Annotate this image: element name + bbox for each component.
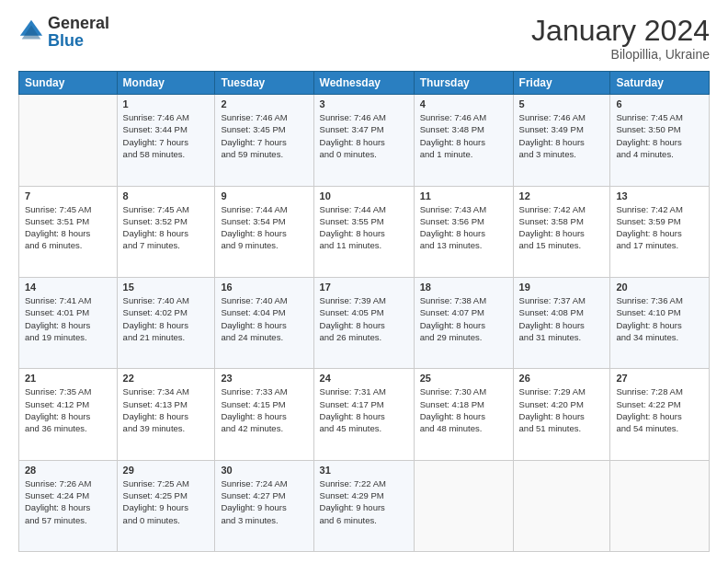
table-row: 24Sunrise: 7:31 AMSunset: 4:17 PMDayligh… — [313, 369, 414, 460]
day-info: Sunrise: 7:40 AMSunset: 4:02 PMDaylight:… — [123, 294, 210, 343]
col-wednesday: Wednesday — [313, 72, 414, 95]
day-info: Sunrise: 7:44 AMSunset: 3:55 PMDaylight:… — [320, 203, 408, 252]
day-number: 16 — [221, 282, 307, 293]
table-row: 15Sunrise: 7:40 AMSunset: 4:02 PMDayligh… — [117, 277, 215, 368]
header: General Blue January 2024 Bilopillia, Uk… — [18, 15, 710, 62]
day-number: 1 — [123, 98, 210, 109]
table-row — [19, 95, 118, 186]
calendar-table: Sunday Monday Tuesday Wednesday Thursday… — [18, 71, 710, 552]
table-row: 2Sunrise: 7:46 AMSunset: 3:45 PMDaylight… — [215, 95, 313, 186]
day-number: 24 — [320, 373, 408, 384]
day-info: Sunrise: 7:39 AMSunset: 4:05 PMDaylight:… — [320, 294, 408, 343]
day-info: Sunrise: 7:45 AMSunset: 3:51 PMDaylight:… — [25, 203, 111, 252]
title-block: January 2024 Bilopillia, Ukraine — [531, 15, 710, 62]
table-row: 10Sunrise: 7:44 AMSunset: 3:55 PMDayligh… — [313, 186, 414, 277]
day-info: Sunrise: 7:46 AMSunset: 3:48 PMDaylight:… — [420, 111, 507, 160]
month-title: January 2024 — [531, 15, 710, 47]
day-number: 9 — [221, 190, 307, 201]
day-number: 22 — [123, 373, 210, 384]
table-row: 21Sunrise: 7:35 AMSunset: 4:12 PMDayligh… — [19, 369, 118, 460]
table-row: 31Sunrise: 7:22 AMSunset: 4:29 PMDayligh… — [313, 460, 414, 551]
table-row: 17Sunrise: 7:39 AMSunset: 4:05 PMDayligh… — [313, 277, 414, 368]
day-number: 20 — [616, 282, 703, 293]
day-info: Sunrise: 7:22 AMSunset: 4:29 PMDaylight:… — [320, 477, 408, 526]
day-number: 29 — [123, 465, 210, 476]
day-info: Sunrise: 7:31 AMSunset: 4:17 PMDaylight:… — [320, 385, 408, 434]
page: General Blue January 2024 Bilopillia, Uk… — [0, 0, 728, 563]
table-row: 25Sunrise: 7:30 AMSunset: 4:18 PMDayligh… — [414, 369, 513, 460]
day-number: 28 — [25, 465, 111, 476]
day-number: 7 — [25, 190, 111, 201]
day-number: 4 — [420, 98, 507, 109]
table-row: 28Sunrise: 7:26 AMSunset: 4:24 PMDayligh… — [19, 460, 118, 551]
table-row: 20Sunrise: 7:36 AMSunset: 4:10 PMDayligh… — [610, 277, 710, 368]
table-row: 13Sunrise: 7:42 AMSunset: 3:59 PMDayligh… — [610, 186, 710, 277]
col-saturday: Saturday — [610, 72, 710, 95]
day-info: Sunrise: 7:26 AMSunset: 4:24 PMDaylight:… — [25, 477, 111, 526]
table-row — [513, 460, 610, 551]
table-row — [610, 460, 710, 551]
day-info: Sunrise: 7:46 AMSunset: 3:49 PMDaylight:… — [519, 111, 605, 160]
table-row: 11Sunrise: 7:43 AMSunset: 3:56 PMDayligh… — [414, 186, 513, 277]
table-row: 23Sunrise: 7:33 AMSunset: 4:15 PMDayligh… — [215, 369, 313, 460]
day-number: 13 — [616, 190, 703, 201]
day-number: 27 — [616, 373, 703, 384]
location-title: Bilopillia, Ukraine — [531, 47, 710, 62]
table-row: 18Sunrise: 7:38 AMSunset: 4:07 PMDayligh… — [414, 277, 513, 368]
day-info: Sunrise: 7:46 AMSunset: 3:45 PMDaylight:… — [221, 111, 307, 160]
day-number: 21 — [25, 373, 111, 384]
logo: General Blue — [18, 15, 109, 50]
table-row: 29Sunrise: 7:25 AMSunset: 4:25 PMDayligh… — [117, 460, 215, 551]
day-info: Sunrise: 7:35 AMSunset: 4:12 PMDaylight:… — [25, 385, 111, 434]
day-info: Sunrise: 7:33 AMSunset: 4:15 PMDaylight:… — [221, 385, 307, 434]
table-row: 5Sunrise: 7:46 AMSunset: 3:49 PMDaylight… — [513, 95, 610, 186]
day-info: Sunrise: 7:41 AMSunset: 4:01 PMDaylight:… — [25, 294, 111, 343]
table-row: 6Sunrise: 7:45 AMSunset: 3:50 PMDaylight… — [610, 95, 710, 186]
logo-blue: Blue — [48, 31, 84, 50]
day-number: 5 — [519, 98, 605, 109]
table-row: 8Sunrise: 7:45 AMSunset: 3:52 PMDaylight… — [117, 186, 215, 277]
table-row: 16Sunrise: 7:40 AMSunset: 4:04 PMDayligh… — [215, 277, 313, 368]
day-info: Sunrise: 7:37 AMSunset: 4:08 PMDaylight:… — [519, 294, 605, 343]
day-number: 18 — [420, 282, 507, 293]
table-row: 26Sunrise: 7:29 AMSunset: 4:20 PMDayligh… — [513, 369, 610, 460]
day-number: 2 — [221, 98, 307, 109]
day-number: 31 — [320, 465, 408, 476]
day-info: Sunrise: 7:40 AMSunset: 4:04 PMDaylight:… — [221, 294, 307, 343]
day-info: Sunrise: 7:44 AMSunset: 3:54 PMDaylight:… — [221, 203, 307, 252]
day-number: 23 — [221, 373, 307, 384]
logo-general: General — [48, 14, 109, 32]
day-info: Sunrise: 7:30 AMSunset: 4:18 PMDaylight:… — [420, 385, 507, 434]
col-tuesday: Tuesday — [215, 72, 313, 95]
col-friday: Friday — [513, 72, 610, 95]
table-row: 19Sunrise: 7:37 AMSunset: 4:08 PMDayligh… — [513, 277, 610, 368]
table-row: 3Sunrise: 7:46 AMSunset: 3:47 PMDaylight… — [313, 95, 414, 186]
table-row: 30Sunrise: 7:24 AMSunset: 4:27 PMDayligh… — [215, 460, 313, 551]
day-number: 19 — [519, 282, 605, 293]
day-number: 17 — [320, 282, 408, 293]
day-info: Sunrise: 7:42 AMSunset: 3:58 PMDaylight:… — [519, 203, 605, 252]
day-number: 10 — [320, 190, 408, 201]
day-info: Sunrise: 7:36 AMSunset: 4:10 PMDaylight:… — [616, 294, 703, 343]
day-number: 25 — [420, 373, 507, 384]
table-row: 4Sunrise: 7:46 AMSunset: 3:48 PMDaylight… — [414, 95, 513, 186]
col-monday: Monday — [117, 72, 215, 95]
table-row: 12Sunrise: 7:42 AMSunset: 3:58 PMDayligh… — [513, 186, 610, 277]
col-sunday: Sunday — [19, 72, 118, 95]
table-row: 22Sunrise: 7:34 AMSunset: 4:13 PMDayligh… — [117, 369, 215, 460]
day-number: 14 — [25, 282, 111, 293]
day-number: 30 — [221, 465, 307, 476]
logo-icon — [18, 18, 44, 44]
day-number: 3 — [320, 98, 408, 109]
day-number: 8 — [123, 190, 210, 201]
day-info: Sunrise: 7:46 AMSunset: 3:44 PMDaylight:… — [123, 111, 210, 160]
day-info: Sunrise: 7:42 AMSunset: 3:59 PMDaylight:… — [616, 203, 703, 252]
day-info: Sunrise: 7:28 AMSunset: 4:22 PMDaylight:… — [616, 385, 703, 434]
day-info: Sunrise: 7:45 AMSunset: 3:50 PMDaylight:… — [616, 111, 703, 160]
table-row — [414, 460, 513, 551]
table-row: 1Sunrise: 7:46 AMSunset: 3:44 PMDaylight… — [117, 95, 215, 186]
day-info: Sunrise: 7:29 AMSunset: 4:20 PMDaylight:… — [519, 385, 605, 434]
day-number: 26 — [519, 373, 605, 384]
day-info: Sunrise: 7:43 AMSunset: 3:56 PMDaylight:… — [420, 203, 507, 252]
col-thursday: Thursday — [414, 72, 513, 95]
